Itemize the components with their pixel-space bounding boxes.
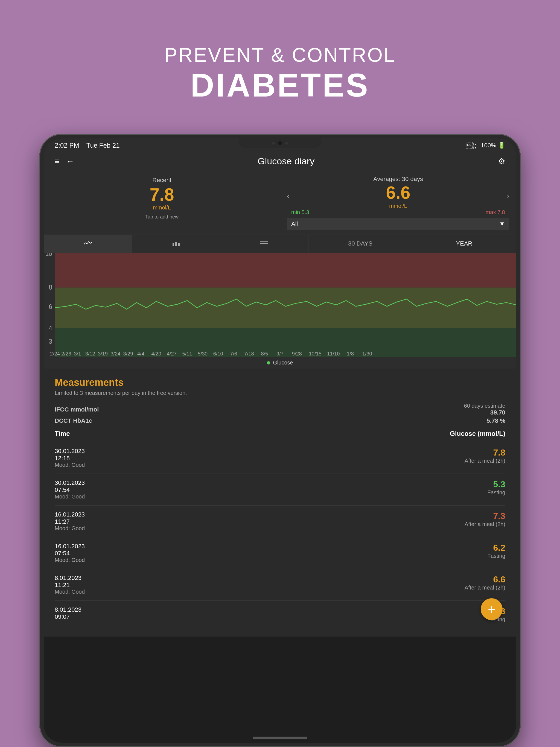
screen-content: 2:02 PM Tue Feb 21 ); 100% 🔋 ≡: [44, 138, 516, 715]
dcct-value: 5.78 %: [487, 417, 506, 424]
tab-30days[interactable]: 30 DAYS: [308, 235, 412, 253]
device-camera-bar: [239, 138, 321, 148]
row-right-5: 6.6 After a meal (2h): [464, 574, 505, 591]
avg-center: 6.6 mmol/L: [386, 183, 410, 209]
tab-line-chart[interactable]: [44, 235, 132, 253]
svg-text:8: 8: [49, 284, 52, 291]
measurement-row-4[interactable]: 16.01.2023 07:54 Mood: Good 6.2 Fasting: [55, 537, 505, 569]
recent-value: 7.8: [51, 186, 273, 203]
row-right-1: 7.8 After a meal (2h): [464, 447, 505, 464]
battery-text: 100% 🔋: [481, 142, 505, 149]
svg-text:1/30: 1/30: [362, 351, 372, 357]
home-indicator: [253, 737, 307, 739]
chart-legend: Glucose: [44, 357, 516, 368]
svg-text:4/20: 4/20: [151, 351, 161, 357]
tab-bar-chart[interactable]: [132, 235, 221, 253]
row-left-3: 16.01.2023 11:27 Mood: Good: [55, 511, 85, 532]
menu-icon[interactable]: ≡: [55, 157, 59, 166]
svg-text:3/29: 3/29: [123, 351, 133, 357]
avg-dropdown-value: All: [291, 221, 298, 228]
settings-icon[interactable]: ⚙: [498, 156, 505, 166]
chart-svg: 10 8 6 4 3 2/24 2/26 3/1 3/12 3/19 3/24 …: [44, 253, 516, 357]
row-left-5: 8.01.2023 11:21 Mood: Good: [55, 574, 85, 595]
tab-bar: 30 DAYS YEAR: [44, 235, 516, 253]
svg-text:3/1: 3/1: [74, 351, 81, 357]
estimate-right: 60 days estimate 39.70: [464, 403, 505, 416]
svg-rect-2: [178, 243, 180, 246]
svg-text:6/10: 6/10: [213, 351, 223, 357]
svg-text:3/12: 3/12: [85, 351, 95, 357]
svg-text:1/8: 1/8: [347, 351, 354, 357]
list-icon: [260, 241, 268, 246]
estimate-row: IFCC mmol/mol 60 days estimate 39.70: [55, 403, 505, 416]
sensor-dot2: [285, 142, 288, 145]
back-button[interactable]: ←: [66, 157, 74, 166]
avg-next-arrow[interactable]: ›: [507, 192, 509, 200]
tab-year[interactable]: YEAR: [412, 235, 516, 253]
measurement-row-3[interactable]: 16.01.2023 11:27 Mood: Good 7.3 After a …: [55, 506, 505, 537]
status-right: ); 100% 🔋: [466, 141, 505, 149]
headline1: PREVENT & CONTROL: [164, 44, 396, 66]
avg-value: 6.6: [386, 183, 410, 203]
svg-rect-6: [55, 253, 516, 288]
recent-card[interactable]: Recent 7.8 mmol/L Tap to add new: [44, 171, 280, 235]
line-chart-icon: [84, 241, 92, 246]
svg-rect-0: [173, 243, 174, 246]
svg-text:7/18: 7/18: [244, 351, 254, 357]
avg-max: max 7.8: [486, 209, 505, 215]
row-right-2: 5.3 Fasting: [487, 479, 505, 496]
row-left-6: 8.01.2023 09:07: [55, 606, 81, 620]
recent-unit: mmol/L: [51, 205, 273, 211]
ifcc-value: 39.70: [464, 409, 505, 416]
avg-unit: mmol/L: [386, 203, 410, 209]
svg-text:6: 6: [49, 303, 52, 310]
dcct-row: DCCT HbA1c 5.78 %: [55, 417, 505, 424]
table-header: Time Glucose (mmol/L): [55, 426, 505, 440]
dropdown-arrow-icon: ▼: [499, 221, 505, 228]
add-measurement-fab[interactable]: +: [481, 598, 503, 620]
measurement-row-6[interactable]: 8.01.2023 09:07 6.3 Fasting: [55, 601, 505, 628]
svg-text:5/30: 5/30: [198, 351, 207, 357]
svg-text:4/4: 4/4: [137, 351, 144, 357]
status-time: 2:02 PM Tue Feb 21: [55, 141, 120, 149]
svg-text:4/27: 4/27: [167, 351, 177, 357]
recent-title: Recent: [51, 177, 273, 184]
stats-row: Recent 7.8 mmol/L Tap to add new Average…: [44, 171, 516, 235]
nav-left: ≡ ←: [55, 157, 74, 166]
svg-text:5/11: 5/11: [182, 351, 192, 357]
svg-text:3: 3: [49, 338, 52, 345]
row-right-4: 6.2 Fasting: [487, 543, 505, 559]
device-frame: 2:02 PM Tue Feb 21 ); 100% 🔋 ≡: [40, 134, 520, 747]
tap-to-add[interactable]: Tap to add new: [51, 214, 273, 220]
svg-text:8/5: 8/5: [261, 351, 268, 357]
col-glucose: Glucose (mmol/L): [450, 430, 505, 437]
bar-chart-icon: [172, 241, 180, 246]
measurement-row-1[interactable]: 30.01.2023 12:18 Mood: Good 7.8 After a …: [55, 442, 505, 474]
row-left-4: 16.01.2023 07:54 Mood: Good: [55, 543, 85, 563]
wifi-icon: );: [466, 141, 477, 149]
chart-area: 10 8 6 4 3 2/24 2/26 3/1 3/12 3/19 3/24 …: [44, 253, 516, 357]
svg-text:9/7: 9/7: [276, 351, 284, 357]
header-text: PREVENT & CONTROL DIABETES: [164, 22, 396, 104]
averages-card: Averages: 30 days ‹ 6.6 mmol/L › min 5.3…: [280, 171, 516, 235]
svg-text:10/15: 10/15: [309, 351, 321, 357]
measurements-subtitle: Limited to 3 measurements per day in the…: [55, 390, 505, 396]
svg-rect-1: [175, 242, 177, 246]
estimate-label: 60 days estimate: [464, 403, 505, 409]
row-left-2: 30.01.2023 07:54 Mood: Good: [55, 479, 85, 500]
sensor-dot: [272, 142, 275, 145]
measurement-row-2[interactable]: 30.01.2023 07:54 Mood: Good 5.3 Fasting: [55, 474, 505, 506]
avg-nav: ‹ 6.6 mmol/L ›: [287, 183, 509, 209]
measurements-section: Measurements Limited to 3 measurements p…: [44, 368, 516, 637]
headline2: DIABETES: [164, 66, 396, 104]
avg-dropdown[interactable]: All ▼: [287, 217, 509, 230]
measurements-title: Measurements: [55, 377, 505, 388]
tab-list[interactable]: [220, 235, 308, 253]
dcct-label: DCCT HbA1c: [55, 417, 92, 424]
avg-prev-arrow[interactable]: ‹: [287, 192, 289, 200]
measurement-row-5[interactable]: 8.01.2023 11:21 Mood: Good 6.6 After a m…: [55, 569, 505, 601]
svg-text:11/10: 11/10: [327, 351, 339, 357]
col-time: Time: [55, 430, 70, 437]
device-screen: 2:02 PM Tue Feb 21 ); 100% 🔋 ≡: [44, 138, 516, 743]
legend-dot: [267, 361, 270, 364]
